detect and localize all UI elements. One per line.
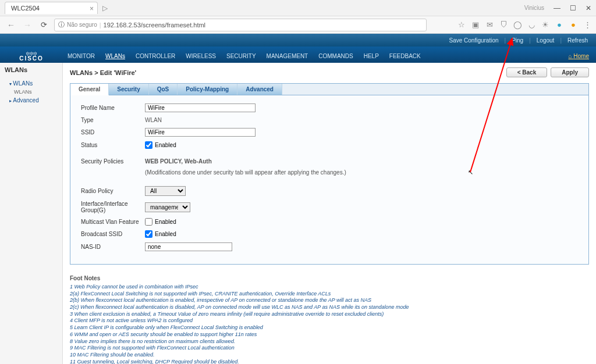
save-config-link[interactable]: Save Configuration bbox=[446, 37, 501, 44]
type-value: WLAN bbox=[145, 117, 162, 123]
url-text: 192.168.2.53/screens/frameset.html bbox=[104, 22, 205, 28]
nav-help[interactable]: HELP bbox=[359, 53, 384, 59]
sidebar-item-wlans[interactable]: WLANs bbox=[5, 79, 58, 88]
tab-policy-mapping[interactable]: Policy-Mapping bbox=[178, 84, 237, 95]
footnote-item: 3 When client exclusion is enabled, a Ti… bbox=[70, 311, 589, 318]
tab-title: WLC2504 bbox=[11, 5, 40, 12]
radio-policy-select[interactable]: All bbox=[145, 186, 186, 196]
nav-management[interactable]: MANAGEMENT bbox=[262, 53, 313, 59]
info-icon: ⓘ bbox=[58, 20, 65, 29]
multi-vlan-checkbox[interactable] bbox=[145, 218, 152, 226]
os-username: Vinicius bbox=[524, 5, 544, 11]
back-button[interactable]: < Back bbox=[506, 67, 548, 77]
mail-icon[interactable]: ✉ bbox=[485, 21, 494, 29]
ping-link[interactable]: Ping bbox=[509, 37, 526, 44]
profile-name-input[interactable] bbox=[145, 104, 256, 112]
footnote-item: 8 Value zero implies there is no restric… bbox=[70, 338, 589, 345]
sec-policies-value: WEB POLICY, Web-Auth bbox=[145, 158, 212, 165]
window-controls: — ☐ ✕ bbox=[554, 4, 591, 12]
sec-policies-label: Security Policies bbox=[81, 158, 145, 165]
nav-controller[interactable]: CONTROLLER bbox=[131, 53, 180, 59]
nas-id-input[interactable] bbox=[145, 242, 232, 251]
content-area: WLANs > Edit 'WiFire' < Back Apply Gener… bbox=[63, 63, 596, 364]
breadcrumb: WLANs > Edit 'WiFire' < Back Apply bbox=[70, 67, 589, 77]
sun-icon[interactable]: ☀ bbox=[541, 21, 549, 29]
tab-container: GeneralSecurityQoSPolicy-MappingAdvanced… bbox=[70, 83, 589, 265]
shield-icon[interactable]: ⛉ bbox=[499, 21, 508, 29]
footnote-item: 11 Guest tunneling, Local switching, DHC… bbox=[70, 359, 589, 364]
nas-id-label: NAS-ID bbox=[81, 244, 145, 250]
iface-group-select[interactable]: management bbox=[145, 202, 190, 212]
footnote-item: 2(b) When flexconnect local authenticati… bbox=[70, 297, 589, 304]
footnote-item: 5 Learn Client IP is configurable only w… bbox=[70, 324, 589, 331]
status-text: Enabled bbox=[155, 142, 176, 148]
iface-group-label: Interface/Interface Group(G) bbox=[81, 201, 145, 213]
tab-strip: GeneralSecurityQoSPolicy-MappingAdvanced bbox=[70, 84, 588, 95]
insecure-label: Não seguro bbox=[67, 22, 97, 28]
circle-icon[interactable]: ◯ bbox=[513, 21, 522, 29]
footnote-item: 4 Client MFP is not active unless WPA2 i… bbox=[70, 317, 589, 324]
pocket-icon[interactable]: ◡ bbox=[527, 21, 535, 29]
browser-tab-bar: WLC2504 × ▷ Vinicius — ☐ ✕ bbox=[0, 0, 596, 16]
status-checkbox[interactable] bbox=[145, 141, 152, 149]
cisco-top-strip: Save Configuration| Ping| Logout| Refres… bbox=[0, 34, 596, 47]
footnotes: Foot Notes 1 Web Policy cannot be used i… bbox=[70, 275, 589, 364]
footnote-item: 6 WMM and open or AES security should be… bbox=[70, 331, 589, 338]
browser-address-row: ← → ⟳ ⓘ Não seguro | 192.168.2.53/screen… bbox=[0, 16, 596, 34]
cisco-logo: ı|ıı|ıı|ı CISCO bbox=[0, 52, 63, 63]
breadcrumb-text: WLANs > Edit 'WiFire' bbox=[70, 69, 136, 76]
bcast-ssid-label: Broadcast SSID bbox=[81, 231, 145, 237]
ssid-label: SSID bbox=[81, 129, 145, 135]
dot-orange-icon[interactable]: ● bbox=[569, 21, 577, 29]
menu-icon[interactable]: ⋮ bbox=[583, 21, 591, 29]
sidebar: WLANs WLANsWLANsAdvanced bbox=[0, 63, 63, 364]
footnotes-title: Foot Notes bbox=[70, 275, 589, 281]
footnote-item: 2(c) When flexconnect local authenticati… bbox=[70, 304, 589, 311]
extension-icons: ☆ ▣ ✉ ⛉ ◯ ◡ ☀ ● ● ⋮ bbox=[457, 21, 591, 29]
nav-feedback[interactable]: FEEDBACK bbox=[385, 53, 425, 59]
footnote-item: 2(a) FlexConnect Local Switching is not … bbox=[70, 291, 589, 298]
bcast-ssid-text: Enabled bbox=[155, 231, 176, 237]
footnote-item: 10 MAC Filtering should be enabled. bbox=[70, 352, 589, 359]
ssid-input[interactable] bbox=[145, 128, 256, 137]
nav-commands[interactable]: COMMANDS bbox=[314, 53, 357, 59]
dot-green-icon[interactable]: ● bbox=[555, 21, 563, 29]
cisco-nav: ı|ıı|ıı|ı CISCO MONITORWLANsCONTROLLERWI… bbox=[0, 47, 596, 63]
refresh-link[interactable]: Refresh bbox=[565, 37, 590, 44]
reload-icon[interactable]: ⟳ bbox=[37, 20, 51, 29]
browser-tab[interactable]: WLC2504 × bbox=[5, 2, 98, 14]
footnote-item: 9 MAC Filtering is not supported with Fl… bbox=[70, 345, 589, 352]
maximize-icon[interactable]: ☐ bbox=[570, 4, 576, 12]
nav-monitor[interactable]: MONITOR bbox=[63, 53, 100, 59]
close-icon[interactable]: × bbox=[90, 5, 94, 13]
sidebar-item-wlans-child[interactable]: WLANs bbox=[5, 88, 58, 96]
cursor-icon: ↖ bbox=[468, 169, 473, 176]
star-icon[interactable]: ☆ bbox=[457, 21, 466, 29]
type-label: Type bbox=[81, 117, 145, 123]
back-icon[interactable]: ← bbox=[5, 20, 17, 30]
close-window-icon[interactable]: ✕ bbox=[586, 4, 591, 12]
tab-body-general: Profile Name Type WLAN SSID Status Enabl… bbox=[70, 95, 588, 264]
address-bar[interactable]: ⓘ Não seguro | 192.168.2.53/screens/fram… bbox=[54, 19, 427, 31]
tab-qos[interactable]: QoS bbox=[149, 84, 178, 95]
multi-vlan-label: Multicast Vlan Feature bbox=[81, 219, 145, 225]
tab-advanced[interactable]: Advanced bbox=[237, 84, 282, 95]
minimize-icon[interactable]: — bbox=[554, 4, 560, 12]
ext-square-icon[interactable]: ▣ bbox=[471, 21, 480, 29]
profile-name-label: Profile Name bbox=[81, 105, 145, 111]
sidebar-title: WLANs bbox=[5, 66, 58, 73]
nav-wlans[interactable]: WLANs bbox=[101, 53, 130, 59]
logout-link[interactable]: Logout bbox=[534, 37, 557, 44]
apply-button[interactable]: Apply bbox=[551, 67, 589, 77]
home-link[interactable]: Home bbox=[568, 53, 596, 63]
nav-security[interactable]: SECURITY bbox=[222, 53, 261, 59]
tab-general[interactable]: General bbox=[70, 84, 109, 95]
new-tab-icon[interactable]: ▷ bbox=[102, 4, 108, 12]
nav-wireless[interactable]: WIRELESS bbox=[181, 53, 221, 59]
footnote-item: 1 Web Policy cannot be used in combinati… bbox=[70, 284, 589, 291]
forward-icon[interactable]: → bbox=[21, 20, 34, 30]
radio-policy-label: Radio Policy bbox=[81, 188, 145, 194]
tab-security[interactable]: Security bbox=[109, 84, 148, 95]
bcast-ssid-checkbox[interactable] bbox=[145, 230, 152, 238]
sidebar-item-advanced[interactable]: Advanced bbox=[5, 96, 58, 105]
